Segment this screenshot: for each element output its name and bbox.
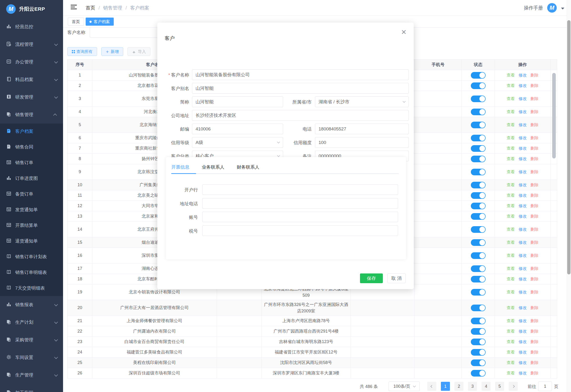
sidebar-item-7[interactable]: 销售合同 — [0, 139, 63, 155]
delete-link[interactable]: 删除 — [531, 72, 539, 78]
status-toggle[interactable] — [471, 305, 486, 311]
tab-business-contact[interactable]: 业务联系人 — [202, 164, 224, 175]
status-toggle[interactable] — [471, 370, 486, 377]
delete-link[interactable]: 删除 — [531, 318, 539, 324]
import-button[interactable]: 导入 — [128, 47, 150, 56]
status-toggle[interactable] — [471, 192, 486, 199]
view-link[interactable]: 查看 — [507, 266, 515, 272]
credit-limit-input[interactable] — [315, 137, 409, 148]
edit-link[interactable]: 修改 — [519, 339, 527, 345]
cancel-button[interactable]: 取 消 — [387, 273, 406, 283]
user-avatar[interactable]: M — [547, 3, 557, 13]
delete-link[interactable]: 删除 — [531, 83, 539, 89]
breadcrumb-home[interactable]: 首页 — [86, 5, 95, 11]
status-toggle[interactable] — [471, 213, 486, 220]
status-toggle[interactable] — [471, 156, 486, 162]
delete-link[interactable]: 删除 — [531, 349, 539, 355]
delete-link[interactable]: 删除 — [531, 289, 539, 295]
view-link[interactable]: 查看 — [507, 96, 515, 102]
view-link[interactable]: 查看 — [507, 135, 515, 141]
view-link[interactable]: 查看 — [507, 213, 515, 220]
sidebar-item-15[interactable]: 销售订单明细表 — [0, 265, 63, 280]
delete-link[interactable]: 删除 — [531, 239, 539, 246]
add-button[interactable]: + 新增 — [101, 47, 123, 56]
breadcrumb-sales[interactable]: 销售管理 — [103, 5, 122, 11]
view-link[interactable]: 查看 — [507, 328, 515, 335]
customer-name-input[interactable] — [192, 69, 409, 80]
sidebar-item-3[interactable]: 料品档案 — [0, 71, 63, 88]
view-link[interactable]: 查看 — [507, 305, 515, 311]
view-link[interactable]: 查看 — [507, 192, 515, 199]
sidebar-item-16[interactable]: 7天交货明细表 — [0, 280, 63, 296]
tax-number-input[interactable] — [202, 225, 398, 236]
view-link[interactable]: 查看 — [507, 289, 515, 295]
bank-input[interactable] — [202, 184, 398, 195]
collapse-menu-icon[interactable] — [71, 5, 77, 11]
edit-link[interactable]: 修改 — [519, 305, 527, 311]
view-link[interactable]: 查看 — [507, 360, 515, 366]
sidebar-item-1[interactable]: 流程管理 — [0, 36, 63, 53]
edit-link[interactable]: 修改 — [519, 192, 527, 199]
zip-input[interactable] — [192, 124, 283, 134]
page-button-2[interactable]: 2 — [454, 382, 464, 391]
edit-link[interactable]: 修改 — [519, 72, 527, 78]
edit-link[interactable]: 修改 — [519, 156, 527, 162]
view-link[interactable]: 查看 — [507, 226, 515, 233]
status-toggle[interactable] — [471, 203, 486, 209]
edit-link[interactable]: 修改 — [519, 109, 527, 115]
save-button[interactable]: 保存 — [360, 273, 383, 283]
delete-link[interactable]: 删除 — [531, 122, 539, 128]
view-tab-customers[interactable]: 客户档案 — [86, 18, 114, 26]
status-toggle[interactable] — [471, 169, 486, 175]
status-toggle[interactable] — [471, 109, 486, 115]
sidebar-item-4[interactable]: 研发管理 — [0, 88, 63, 106]
page-button-3[interactable]: 3 — [468, 382, 477, 391]
status-toggle[interactable] — [471, 359, 486, 366]
page-button-4[interactable]: 4 — [481, 382, 491, 391]
view-link[interactable]: 查看 — [507, 156, 515, 162]
page-scrollbar[interactable] — [567, 20, 571, 274]
user-menu-caret-icon[interactable] — [561, 8, 564, 10]
edit-link[interactable]: 修改 — [519, 145, 527, 152]
status-toggle[interactable] — [471, 96, 486, 102]
edit-link[interactable]: 修改 — [519, 328, 527, 335]
status-toggle[interactable] — [471, 83, 486, 89]
sidebar-item-12[interactable]: 开票结算单 — [0, 218, 63, 233]
delete-link[interactable]: 删除 — [531, 360, 539, 366]
sidebar-item-21[interactable]: 生产管理 — [0, 366, 63, 384]
view-link[interactable]: 查看 — [507, 349, 515, 355]
delete-link[interactable]: 删除 — [531, 203, 539, 209]
sidebar-item-19[interactable]: 采购管理 — [0, 331, 63, 349]
edit-link[interactable]: 修改 — [519, 213, 527, 220]
view-link[interactable]: 查看 — [507, 122, 515, 128]
delete-link[interactable]: 删除 — [531, 169, 539, 175]
status-toggle[interactable] — [471, 265, 486, 272]
sidebar-item-14[interactable]: 销售订单计划表 — [0, 249, 63, 265]
sidebar-item-17[interactable]: 销售报表 — [0, 296, 63, 314]
status-toggle[interactable] — [471, 72, 486, 79]
view-link[interactable]: 查看 — [507, 239, 515, 246]
customer-alias-input[interactable] — [192, 83, 409, 94]
delete-link[interactable]: 删除 — [531, 305, 539, 311]
tab-finance-contact[interactable]: 财务联系人 — [237, 164, 259, 175]
delete-link[interactable]: 删除 — [531, 192, 539, 199]
status-toggle[interactable] — [471, 338, 486, 345]
edit-link[interactable]: 修改 — [519, 349, 527, 355]
phone-input[interactable] — [315, 124, 409, 134]
sidebar-item-11[interactable]: 发货通知单 — [0, 202, 63, 218]
status-toggle[interactable] — [471, 145, 486, 152]
edit-link[interactable]: 修改 — [519, 122, 527, 128]
goto-page-input[interactable] — [538, 381, 552, 391]
company-address-input[interactable] — [192, 110, 409, 121]
edit-link[interactable]: 修改 — [519, 276, 527, 282]
sidebar-item-8[interactable]: 销售订单 — [0, 155, 63, 171]
status-toggle[interactable] — [471, 122, 486, 128]
status-toggle[interactable] — [471, 239, 486, 246]
view-link[interactable]: 查看 — [507, 276, 515, 282]
delete-link[interactable]: 删除 — [531, 252, 539, 259]
delete-link[interactable]: 删除 — [531, 339, 539, 345]
query-all-button[interactable]: 查询所有 — [67, 47, 97, 56]
edit-link[interactable]: 修改 — [519, 266, 527, 272]
page-size-select[interactable]: 100条/页 — [389, 381, 420, 391]
delete-link[interactable]: 删除 — [531, 328, 539, 335]
